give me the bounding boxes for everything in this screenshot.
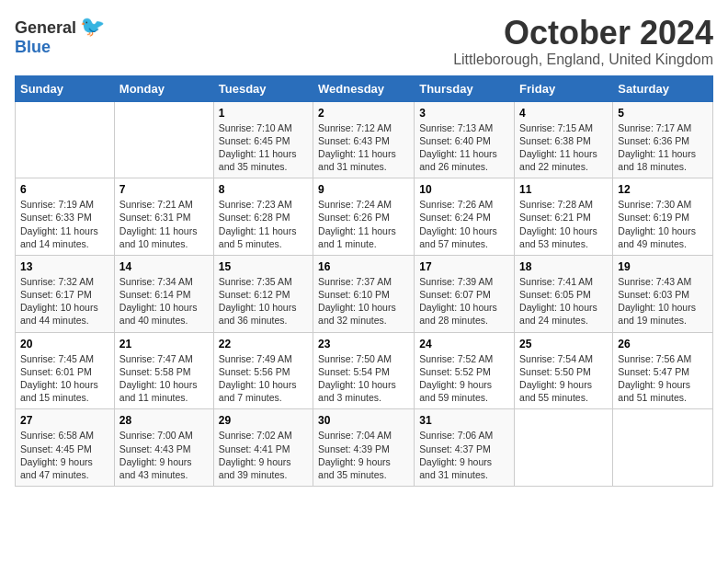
col-header-friday: Friday: [515, 75, 613, 101]
calendar-cell: 4Sunrise: 7:15 AMSunset: 6:38 PMDaylight…: [515, 101, 613, 178]
day-info: Sunrise: 7:06 AMSunset: 4:37 PMDaylight:…: [419, 429, 509, 481]
calendar-cell: 29Sunrise: 7:02 AMSunset: 4:41 PMDayligh…: [213, 409, 313, 487]
calendar-cell: 14Sunrise: 7:34 AMSunset: 6:14 PMDayligh…: [114, 255, 213, 332]
day-info: Sunrise: 7:54 AMSunset: 5:50 PMDaylight:…: [519, 352, 608, 405]
day-info: Sunrise: 7:34 AMSunset: 6:14 PMDaylight:…: [119, 275, 209, 327]
logo-blue: Blue: [15, 38, 51, 56]
calendar-cell: 17Sunrise: 7:39 AMSunset: 6:07 PMDayligh…: [415, 255, 515, 332]
calendar-cell: 28Sunrise: 7:00 AMSunset: 4:43 PMDayligh…: [114, 409, 213, 487]
day-info: Sunrise: 7:04 AMSunset: 4:39 PMDaylight:…: [318, 429, 409, 481]
day-info: Sunrise: 7:41 AMSunset: 6:05 PMDaylight:…: [519, 275, 608, 327]
day-info: Sunrise: 7:30 AMSunset: 6:19 PMDaylight:…: [618, 198, 708, 250]
col-header-saturday: Saturday: [613, 75, 713, 101]
calendar-cell: 22Sunrise: 7:49 AMSunset: 5:56 PMDayligh…: [213, 332, 313, 409]
day-number: 10: [419, 183, 509, 196]
calendar-week-1: 1Sunrise: 7:10 AMSunset: 6:45 PMDaylight…: [16, 101, 713, 178]
col-header-wednesday: Wednesday: [313, 75, 415, 101]
logo-general: General: [15, 18, 76, 37]
day-number: 29: [219, 414, 308, 427]
day-number: 2: [318, 107, 409, 120]
calendar-cell: 8Sunrise: 7:23 AMSunset: 6:28 PMDaylight…: [213, 178, 313, 256]
day-number: 11: [519, 183, 608, 196]
calendar-cell: 10Sunrise: 7:26 AMSunset: 6:24 PMDayligh…: [415, 178, 515, 256]
calendar-cell: [613, 409, 713, 487]
day-number: 21: [119, 338, 209, 350]
day-info: Sunrise: 7:15 AMSunset: 6:38 PMDaylight:…: [519, 121, 608, 174]
day-number: 27: [20, 414, 109, 427]
day-number: 1: [219, 107, 308, 120]
calendar-cell: 19Sunrise: 7:43 AMSunset: 6:03 PMDayligh…: [613, 255, 713, 332]
calendar-cell: 12Sunrise: 7:30 AMSunset: 6:19 PMDayligh…: [613, 178, 713, 256]
calendar-cell: 15Sunrise: 7:35 AMSunset: 6:12 PMDayligh…: [213, 255, 313, 332]
day-number: 15: [219, 260, 308, 273]
day-info: Sunrise: 7:19 AMSunset: 6:33 PMDaylight:…: [20, 198, 109, 250]
day-info: Sunrise: 7:24 AMSunset: 6:26 PMDaylight:…: [318, 198, 409, 250]
day-number: 16: [318, 260, 409, 273]
calendar-cell: 11Sunrise: 7:28 AMSunset: 6:21 PMDayligh…: [515, 178, 613, 256]
day-info: Sunrise: 7:23 AMSunset: 6:28 PMDaylight:…: [219, 198, 308, 250]
day-info: Sunrise: 7:39 AMSunset: 6:07 PMDaylight:…: [419, 275, 509, 327]
day-number: 28: [119, 414, 209, 427]
day-number: 19: [618, 260, 708, 273]
day-number: 20: [20, 338, 109, 350]
calendar-cell: 27Sunrise: 6:58 AMSunset: 4:45 PMDayligh…: [16, 409, 115, 487]
day-number: 18: [519, 260, 608, 273]
day-number: 17: [419, 260, 509, 273]
calendar-cell: 26Sunrise: 7:56 AMSunset: 5:47 PMDayligh…: [613, 332, 713, 409]
calendar-cell: 24Sunrise: 7:52 AMSunset: 5:52 PMDayligh…: [415, 332, 515, 409]
calendar-cell: [16, 101, 115, 178]
day-info: Sunrise: 7:47 AMSunset: 5:58 PMDaylight:…: [119, 352, 209, 405]
day-info: Sunrise: 7:35 AMSunset: 6:12 PMDaylight:…: [219, 275, 308, 327]
day-number: 30: [318, 414, 409, 427]
location: Littleborough, England, United Kingdom: [453, 52, 713, 68]
day-info: Sunrise: 7:50 AMSunset: 5:54 PMDaylight:…: [318, 352, 409, 405]
calendar-cell: 30Sunrise: 7:04 AMSunset: 4:39 PMDayligh…: [313, 409, 415, 487]
calendar-week-2: 6Sunrise: 7:19 AMSunset: 6:33 PMDaylight…: [16, 178, 713, 256]
day-number: 25: [519, 338, 608, 350]
day-number: 6: [20, 183, 109, 196]
day-number: 14: [119, 260, 209, 273]
day-info: Sunrise: 7:00 AMSunset: 4:43 PMDaylight:…: [119, 429, 209, 481]
col-header-thursday: Thursday: [415, 75, 515, 101]
calendar-cell: 7Sunrise: 7:21 AMSunset: 6:31 PMDaylight…: [114, 178, 213, 256]
day-info: Sunrise: 7:02 AMSunset: 4:41 PMDaylight:…: [219, 429, 308, 481]
day-number: 5: [618, 107, 708, 120]
logo: General🐦 Blue: [15, 15, 105, 56]
title-area: October 2024 Littleborough, England, Uni…: [453, 15, 713, 68]
day-info: Sunrise: 7:52 AMSunset: 5:52 PMDaylight:…: [419, 352, 509, 405]
day-number: 4: [519, 107, 608, 120]
day-info: Sunrise: 6:58 AMSunset: 4:45 PMDaylight:…: [20, 429, 109, 481]
day-info: Sunrise: 7:32 AMSunset: 6:17 PMDaylight:…: [20, 275, 109, 327]
calendar-cell: [515, 409, 613, 487]
day-info: Sunrise: 7:43 AMSunset: 6:03 PMDaylight:…: [618, 275, 708, 327]
day-info: Sunrise: 7:49 AMSunset: 5:56 PMDaylight:…: [219, 352, 308, 405]
day-info: Sunrise: 7:37 AMSunset: 6:10 PMDaylight:…: [318, 275, 409, 327]
day-number: 24: [419, 338, 509, 350]
day-info: Sunrise: 7:28 AMSunset: 6:21 PMDaylight:…: [519, 198, 608, 250]
calendar-cell: 13Sunrise: 7:32 AMSunset: 6:17 PMDayligh…: [16, 255, 115, 332]
day-number: 12: [618, 183, 708, 196]
col-header-tuesday: Tuesday: [213, 75, 313, 101]
day-info: Sunrise: 7:17 AMSunset: 6:36 PMDaylight:…: [618, 121, 708, 174]
month-title: October 2024: [453, 15, 713, 52]
calendar-cell: 23Sunrise: 7:50 AMSunset: 5:54 PMDayligh…: [313, 332, 415, 409]
calendar-week-4: 20Sunrise: 7:45 AMSunset: 6:01 PMDayligh…: [16, 332, 713, 409]
calendar-cell: 6Sunrise: 7:19 AMSunset: 6:33 PMDaylight…: [16, 178, 115, 256]
col-header-sunday: Sunday: [16, 75, 115, 101]
day-info: Sunrise: 7:21 AMSunset: 6:31 PMDaylight:…: [119, 198, 209, 250]
day-info: Sunrise: 7:56 AMSunset: 5:47 PMDaylight:…: [618, 352, 708, 405]
calendar-cell: 3Sunrise: 7:13 AMSunset: 6:40 PMDaylight…: [415, 101, 515, 178]
day-number: 8: [219, 183, 308, 196]
logo-text: General🐦 Blue: [15, 15, 105, 56]
day-number: 9: [318, 183, 409, 196]
calendar-cell: 25Sunrise: 7:54 AMSunset: 5:50 PMDayligh…: [515, 332, 613, 409]
logo-bird-icon: 🐦: [80, 15, 105, 38]
calendar-week-5: 27Sunrise: 6:58 AMSunset: 4:45 PMDayligh…: [16, 409, 713, 487]
calendar-cell: 20Sunrise: 7:45 AMSunset: 6:01 PMDayligh…: [16, 332, 115, 409]
col-header-monday: Monday: [114, 75, 213, 101]
day-info: Sunrise: 7:13 AMSunset: 6:40 PMDaylight:…: [419, 121, 509, 174]
calendar-cell: 16Sunrise: 7:37 AMSunset: 6:10 PMDayligh…: [313, 255, 415, 332]
day-number: 31: [419, 414, 509, 427]
day-info: Sunrise: 7:10 AMSunset: 6:45 PMDaylight:…: [219, 121, 308, 174]
day-info: Sunrise: 7:45 AMSunset: 6:01 PMDaylight:…: [20, 352, 109, 405]
